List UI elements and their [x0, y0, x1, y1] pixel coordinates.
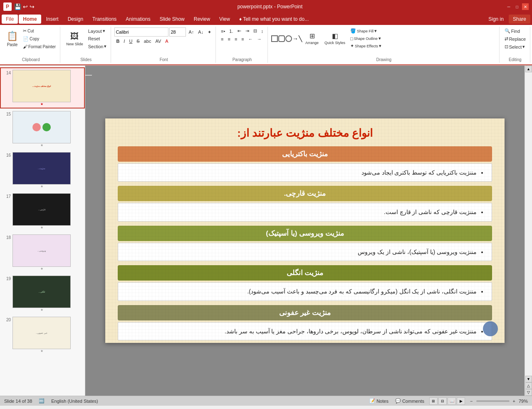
slide-thumb-15[interactable]: 15 ★ — [0, 108, 85, 150]
slide-thumb-16[interactable]: 16 منژیت... ★ — [0, 150, 85, 191]
minimize-btn[interactable]: ─ — [505, 3, 512, 10]
select-button[interactable]: ⊡ Select ▾ — [503, 43, 527, 50]
slide-canvas[interactable]: انواع مختلف منژیت عبارتند از: منژیت باکت… — [105, 118, 505, 343]
slide-thumb-20[interactable]: 20 غیر عفونی... ★ — [0, 314, 85, 355]
ltr-button[interactable]: → — [255, 36, 263, 42]
menu-file[interactable]: File — [2, 15, 18, 24]
align-center-button[interactable]: ≡ — [226, 36, 232, 42]
scroll-down-btn[interactable]: ▼ — [525, 376, 532, 382]
undo-btn[interactable]: ↩ — [23, 3, 28, 10]
align-left-button[interactable]: ≡ — [219, 36, 225, 42]
comments-icon: 💬 — [395, 398, 401, 404]
slide-thumb-19[interactable]: 19 انگلی... ★ — [0, 273, 85, 314]
signin-btn[interactable]: Sign in — [484, 15, 508, 24]
columns-button[interactable]: ⊟ — [252, 27, 259, 34]
language: English (United States) — [51, 399, 98, 404]
reset-button[interactable]: Reset — [87, 35, 109, 42]
comments-button[interactable]: 💬 Comments — [393, 398, 426, 404]
shadow-button[interactable]: abc — [142, 38, 153, 44]
slide-thumb-14[interactable]: 14 انواع مختلف منژیت... ★ — [0, 67, 85, 108]
menu-insert[interactable]: Insert — [42, 15, 63, 24]
font-color-button[interactable]: A — [163, 38, 170, 44]
close-btn[interactable]: ✕ — [522, 3, 529, 10]
ribbon: 📋 Paste ✂ Cut 📄 Copy 🖌 Format Painter Cl… — [0, 25, 532, 66]
strikethrough-button[interactable]: S — [135, 38, 141, 44]
zoom-in-btn[interactable]: + — [511, 399, 517, 404]
redo-btn[interactable]: ↪ — [30, 3, 35, 10]
menu-design[interactable]: Design — [64, 15, 87, 24]
section-header-5: منژیت غیر عفونی — [118, 305, 492, 320]
section-block-1: منژیت باکتریایی مننژیت باکتریایی که توسط… — [118, 146, 492, 182]
shape-line[interactable]: ╲ — [299, 35, 302, 42]
align-right-button[interactable]: ≡ — [233, 36, 239, 42]
slideshow-btn[interactable]: ▶ — [457, 397, 465, 405]
notes-icon: 📝 — [369, 398, 375, 404]
shape-fill-button[interactable]: 🪣 Shape Fill ▾ — [349, 27, 383, 34]
decrease-indent-button[interactable]: ⇤ — [236, 27, 243, 34]
zoom-level: 79% — [519, 399, 528, 404]
font-group: A↑ A↓ ✦ B I U S abc AV A Font — [112, 27, 216, 63]
underline-button[interactable]: U — [127, 38, 134, 44]
arrange-button[interactable]: ⊞ Arrange — [303, 30, 321, 47]
zoom-slider[interactable] — [476, 400, 510, 402]
menu-animations[interactable]: Animations — [121, 15, 154, 24]
menu-view[interactable]: View — [215, 15, 234, 24]
shape-rounded[interactable] — [278, 35, 285, 42]
format-painter-button[interactable]: 🖌 Format Painter — [21, 43, 57, 50]
save-btn[interactable]: 💾 — [14, 3, 21, 10]
char-spacing-button[interactable]: AV — [153, 38, 163, 44]
menu-tell-me[interactable]: ♦ Tell me what you want to do... — [235, 15, 313, 24]
numbering-button[interactable]: 1. — [228, 28, 235, 34]
normal-view-btn[interactable]: ⊞ — [429, 397, 438, 405]
notes-button[interactable]: 📝 Notes — [368, 398, 390, 404]
slide-sorter-btn[interactable]: ⊟ — [438, 397, 447, 405]
menu-home[interactable]: Home — [19, 15, 41, 24]
share-btn[interactable]: Share — [509, 15, 530, 24]
replace-button[interactable]: ⇄ Replace — [503, 35, 527, 42]
slide-panel-scroll — [85, 75, 92, 76]
shape-effects-button[interactable]: ✦ Shape Effects ▾ — [349, 42, 383, 49]
scroll-prev-slide-btn[interactable]: △ — [525, 382, 532, 389]
new-slide-button[interactable]: 🖼 New Slide — [64, 30, 86, 48]
slide-panel[interactable]: 14 انواع مختلف منژیت... ★ 15 ★ — [0, 66, 85, 396]
font-size-input[interactable] — [169, 27, 186, 37]
slide-thumb-17[interactable]: 17 قارچی... ★ — [0, 191, 85, 232]
bold-button[interactable]: B — [114, 38, 121, 44]
cut-button[interactable]: ✂ Cut — [21, 27, 57, 34]
line-spacing-button[interactable]: ↕ — [260, 28, 265, 34]
shape-circle[interactable] — [285, 35, 292, 42]
slide-thumb-18[interactable]: 18 ویروسی... ★ — [0, 232, 85, 273]
find-button[interactable]: 🔍 Find — [503, 27, 527, 34]
menu-review[interactable]: Review — [190, 15, 214, 24]
bullets-button[interactable]: ≡• — [219, 28, 227, 34]
font-family-input[interactable] — [114, 27, 168, 37]
increase-indent-button[interactable]: ⇥ — [244, 27, 251, 34]
increase-font-button[interactable]: A↑ — [187, 29, 195, 35]
paragraph-group: ≡• 1. ⇤ ⇥ ⊟ ↕ ≡ ≡ ≡ ≡ ← → Paragraph — [217, 27, 268, 63]
clear-format-button[interactable]: ✦ — [206, 29, 213, 36]
decoration-circle — [483, 321, 498, 336]
scroll-up-btn[interactable]: ▲ — [525, 66, 532, 72]
reading-view-btn[interactable]: 📖 — [448, 397, 456, 405]
slide-thumbnail-15 — [12, 111, 71, 143]
justify-button[interactable]: ≡ — [240, 36, 245, 42]
scroll-next-slide-btn[interactable]: ▽ — [525, 389, 532, 396]
section-button[interactable]: Section ▾ — [87, 43, 109, 50]
shape-rect[interactable] — [271, 35, 278, 42]
shape-arrow[interactable]: → — [292, 35, 298, 42]
quick-styles-button[interactable]: ◧ Quick Styles — [322, 30, 348, 47]
menu-transitions[interactable]: Transitions — [88, 15, 121, 24]
canvas-area[interactable]: انواع مختلف منژیت عبارتند از: منژیت باکت… — [85, 66, 525, 396]
right-scroll-panel: ▲ ▼ △ ▽ — [525, 66, 532, 396]
menu-slideshow[interactable]: Slide Show — [156, 15, 189, 24]
copy-button[interactable]: 📄 Copy — [21, 35, 57, 42]
rtl-button[interactable]: ← — [247, 36, 255, 42]
italic-button[interactable]: I — [122, 38, 126, 44]
maximize-btn[interactable]: □ — [514, 3, 520, 10]
decrease-font-button[interactable]: A↓ — [196, 29, 205, 35]
shape-outline-button[interactable]: □ Shape Outline ▾ — [349, 35, 383, 42]
paste-button[interactable]: 📋 Paste — [4, 29, 20, 49]
zoom-out-btn[interactable]: − — [468, 399, 474, 404]
layout-button[interactable]: Layout ▾ — [87, 27, 109, 34]
quick-access[interactable]: 💾 ↩ ↪ — [14, 3, 35, 10]
